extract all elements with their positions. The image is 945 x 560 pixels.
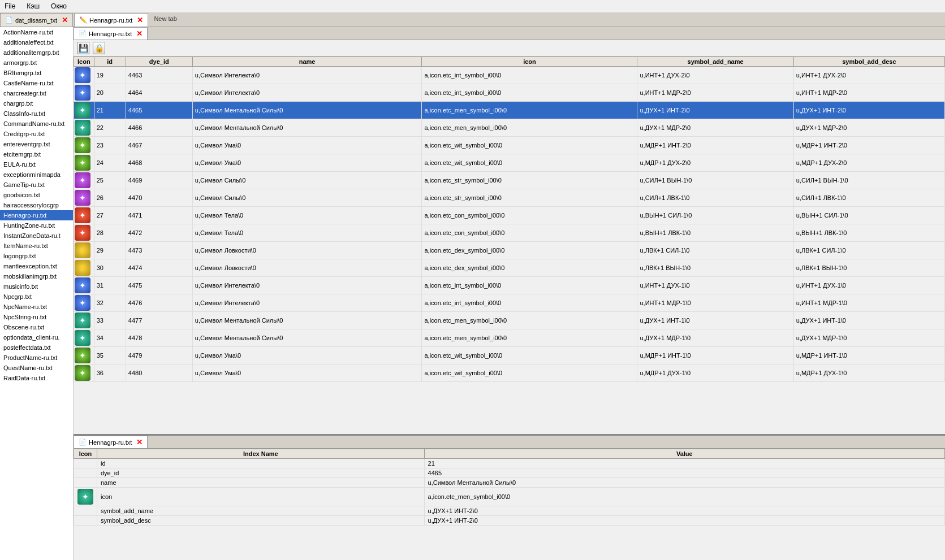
lower-index-name: symbol_add_desc bbox=[97, 516, 425, 526]
table-cell: u,Символ Ловкости\0 bbox=[192, 242, 422, 259]
sidebar-list: ActionName-ru.txtadditionaleffect.txtadd… bbox=[0, 27, 73, 560]
table-cell: u,Символ Тела\0 bbox=[192, 207, 422, 224]
sidebar-item[interactable]: mobskillanimgrp.txt bbox=[0, 271, 73, 281]
table-cell: u,ВЫН+1 СИЛ-1\0 bbox=[637, 207, 793, 224]
sidebar-item[interactable]: ItemName-ru.txt bbox=[0, 241, 73, 251]
lower-table: IconIndex NameValue id21dye_id4465nameu,… bbox=[74, 449, 945, 526]
table-row[interactable]: ✦244468u,Символ Ума\0a,icon.etc_wit_symb… bbox=[74, 154, 945, 172]
table-row[interactable]: ✦344478u,Символ Ментальной Силы\0a,icon.… bbox=[74, 329, 945, 347]
sidebar-item[interactable]: InstantZoneData-ru.t bbox=[0, 231, 73, 241]
table-row[interactable]: ✦354479u,Символ Ума\0a,icon.etc_wit_symb… bbox=[74, 347, 945, 364]
sidebar-item[interactable]: goodsicon.txt bbox=[0, 190, 73, 200]
sidebar-item[interactable]: optiondata_client-ru. bbox=[0, 332, 73, 342]
sidebar-item[interactable]: mantleexception.txt bbox=[0, 261, 73, 271]
table-cell: u,МДР+1 ИНТ-1\0 bbox=[793, 347, 944, 364]
upper-pane-tab-close[interactable]: ✕ bbox=[136, 29, 143, 38]
sidebar-item[interactable]: additionaleffect.txt bbox=[0, 37, 73, 47]
sidebar-item[interactable]: ProductName-ru.txt bbox=[0, 353, 73, 363]
table-cell: 30 bbox=[94, 259, 126, 277]
sidebar-item[interactable]: RaidData-ru.txt bbox=[0, 373, 73, 383]
table-cell: a,icon.etc_int_symbol_i00\0 bbox=[422, 277, 637, 294]
menu-cache[interactable]: Кэш bbox=[24, 1, 42, 11]
lock-button[interactable]: 🔒 bbox=[93, 42, 105, 54]
sidebar-item[interactable]: Npcgrp.txt bbox=[0, 292, 73, 302]
menu-file[interactable]: File bbox=[2, 1, 18, 11]
sidebar-item[interactable]: etcitemgrp.txt bbox=[0, 149, 73, 159]
tab-hennagrp[interactable]: ✏️ Hennagrp-ru.txt ✕ bbox=[74, 13, 148, 27]
table-row[interactable]: ✦264470u,Символ Силы\0a,icon.etc_str_sym… bbox=[74, 189, 945, 207]
sidebar-item[interactable]: charcreategr.txt bbox=[0, 88, 73, 98]
tab-dat-disasm[interactable]: 📄 dat_disasm_txt ✕ bbox=[0, 13, 73, 27]
lower-table-container[interactable]: IconIndex NameValue id21dye_id4465nameu,… bbox=[74, 449, 945, 560]
sidebar-item[interactable]: armorgrp.txt bbox=[0, 58, 73, 68]
table-cell: u,Символ Интелекта\0 bbox=[192, 277, 422, 294]
save-button[interactable]: 💾 bbox=[77, 42, 89, 54]
lower-pane-tab-close[interactable]: ✕ bbox=[136, 438, 143, 446]
table-row[interactable]: ✦214465u,Символ Ментальной Силы\0a,icon.… bbox=[74, 102, 945, 119]
table-row[interactable]: ✦334477u,Символ Ментальной Силы\0a,icon.… bbox=[74, 312, 945, 329]
lower-icon-cell: ✦ bbox=[74, 488, 97, 506]
sidebar-item[interactable]: chargrp.txt bbox=[0, 98, 73, 108]
sidebar-item[interactable]: HuntingZone-ru.txt bbox=[0, 220, 73, 231]
table-row[interactable]: ✦274471u,Символ Тела\0a,icon.etc_con_sym… bbox=[74, 207, 945, 224]
table-row[interactable]: ✦234467u,Символ Ума\0a,icon.etc_wit_symb… bbox=[74, 137, 945, 154]
table-cell: a,icon.etc_wit_symbol_i00\0 bbox=[422, 347, 637, 364]
table-cell: u,Символ Силы\0 bbox=[192, 189, 422, 207]
sidebar-item[interactable]: CastleName-ru.txt bbox=[0, 78, 73, 88]
sidebar-item[interactable]: NpcName-ru.txt bbox=[0, 302, 73, 312]
list-item[interactable]: id21 bbox=[74, 459, 945, 468]
sidebar-item[interactable]: entereventgrp.txt bbox=[0, 139, 73, 149]
table-row[interactable]: ✦324476u,Символ Интелекта\0a,icon.etc_in… bbox=[74, 294, 945, 312]
list-item[interactable]: nameu,Символ Ментальной Силы\0 bbox=[74, 478, 945, 488]
table-cell: 21 bbox=[94, 102, 126, 119]
table-row[interactable]: ⚡304474u,Символ Ловкости\0a,icon.etc_dex… bbox=[74, 259, 945, 277]
sidebar-item[interactable]: exceptionminimapdа bbox=[0, 170, 73, 180]
sidebar-item[interactable]: EULA-ru.txt bbox=[0, 159, 73, 170]
sidebar-item[interactable]: NpcString-ru.txt bbox=[0, 312, 73, 322]
list-item[interactable]: dye_id4465 bbox=[74, 468, 945, 478]
sidebar-item[interactable]: posteffectdata.txt bbox=[0, 342, 73, 353]
sidebar-item[interactable]: BRItemgrp.txt bbox=[0, 68, 73, 78]
lower-index-name: dye_id bbox=[97, 468, 425, 478]
icon-cell: ✦ bbox=[74, 67, 94, 84]
tab-hennagrp-close[interactable]: ✕ bbox=[137, 16, 143, 24]
table-row[interactable]: ⚡294473u,Символ Ловкости\0a,icon.etc_dex… bbox=[74, 242, 945, 259]
sidebar-item[interactable]: CommandName-ru.txt bbox=[0, 119, 73, 129]
table-row[interactable]: ✦254469u,Символ Силы\0a,icon.etc_str_sym… bbox=[74, 172, 945, 189]
upper-pane-tab-icon: 📄 bbox=[79, 30, 87, 37]
table-row[interactable]: ✦204464u,Символ Интелекта\0a,icon.etc_in… bbox=[74, 84, 945, 102]
new-tab-button[interactable]: New tab bbox=[149, 13, 181, 27]
upper-pane-tab[interactable]: 📄 Hennagrp-ru.txt ✕ bbox=[74, 27, 148, 40]
sidebar-item[interactable]: QuestName-ru.txt bbox=[0, 363, 73, 373]
sidebar-item[interactable]: musicinfo.txt bbox=[0, 281, 73, 292]
table-row[interactable]: ✦194463u,Символ Интелекта\0a,icon.etc_in… bbox=[74, 67, 945, 84]
table-row[interactable]: ✦224466u,Символ Ментальной Силы\0a,icon.… bbox=[74, 119, 945, 137]
sidebar-item[interactable]: Creditgrp-ru.txt bbox=[0, 129, 73, 139]
lower-pane-tab-label: Hennagrp-ru.txt bbox=[89, 439, 132, 446]
table-row[interactable]: ✦364480u,Символ Ума\0a,icon.etc_wit_symb… bbox=[74, 364, 945, 382]
icon-cell: ✦ bbox=[74, 154, 94, 172]
upper-table-header: symbol_add_desc bbox=[793, 57, 944, 67]
sidebar-item[interactable]: Obscene-ru.txt bbox=[0, 322, 73, 332]
upper-table-header: id bbox=[94, 57, 126, 67]
upper-table-container[interactable]: Iconiddye_idnameiconsymbol_add_namesymbo… bbox=[74, 57, 945, 434]
list-item[interactable]: ✦icona,icon.etc_men_symbol_i00\0 bbox=[74, 488, 945, 506]
menu-window[interactable]: Окно bbox=[49, 1, 69, 11]
sidebar-item[interactable]: hairaccessorylocgrp bbox=[0, 200, 73, 210]
icon-cell: ✦ bbox=[74, 329, 94, 347]
sidebar-item[interactable]: additionalitemgrp.txt bbox=[0, 47, 73, 58]
sidebar-item[interactable]: GameTip-ru.txt bbox=[0, 180, 73, 190]
sidebar-item[interactable]: ActionName-ru.txt bbox=[0, 27, 73, 37]
table-cell: u,ИНТ+1 МДР-2\0 bbox=[637, 84, 793, 102]
table-cell: 25 bbox=[94, 172, 126, 189]
tab-dat-disasm-close[interactable]: ✕ bbox=[62, 16, 68, 24]
table-cell: u,ДУХ+1 МДР-1\0 bbox=[793, 329, 944, 347]
table-row[interactable]: ✦284472u,Символ Тела\0a,icon.etc_con_sym… bbox=[74, 224, 945, 242]
list-item[interactable]: symbol_add_descu,ДУХ+1 ИНТ-2\0 bbox=[74, 516, 945, 526]
list-item[interactable]: symbol_add_nameu,ДУХ+1 ИНТ-2\0 bbox=[74, 506, 945, 516]
sidebar-item[interactable]: logongrp.txt bbox=[0, 251, 73, 261]
sidebar-item[interactable]: Hennagrp-ru.txt bbox=[0, 210, 73, 220]
table-row[interactable]: ✦314475u,Символ Интелекта\0a,icon.etc_in… bbox=[74, 277, 945, 294]
lower-pane-tab[interactable]: 📄 Hennagrp-ru.txt ✕ bbox=[74, 436, 148, 448]
sidebar-item[interactable]: ClassInfo-ru.txt bbox=[0, 108, 73, 119]
